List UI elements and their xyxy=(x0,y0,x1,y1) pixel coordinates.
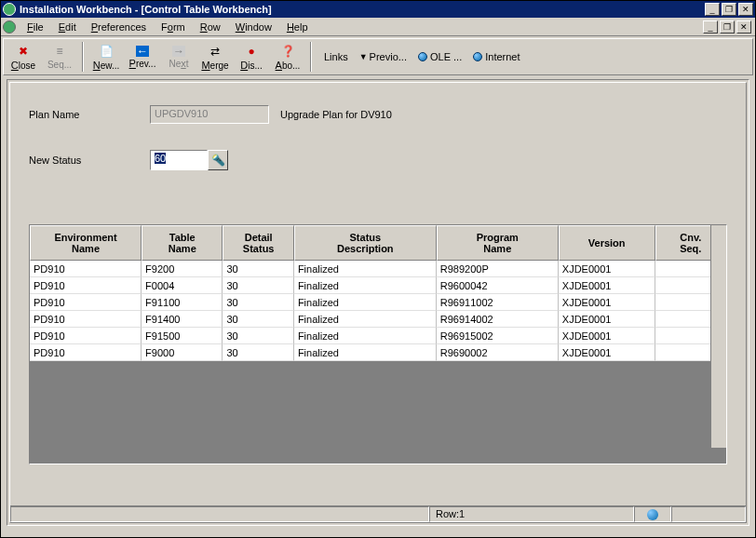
cell-table: F0004 xyxy=(142,277,223,294)
cell-table: F91500 xyxy=(142,328,223,344)
table-row[interactable]: PD910F000430FinalizedR9600042XJDE000145 xyxy=(30,277,726,294)
new-toolbutton[interactable]: 📄 New... xyxy=(88,41,124,73)
cell-detail: 30 xyxy=(223,328,293,344)
close-button[interactable]: ✕ xyxy=(738,3,753,16)
maximize-button[interactable]: ❐ xyxy=(722,3,736,16)
cell-version: XJDE0001 xyxy=(559,311,655,328)
status-panel-1 xyxy=(10,506,429,522)
minimize-button[interactable]: _ xyxy=(705,3,720,16)
titlebar: Installation Workbench - [Control Table … xyxy=(1,1,755,18)
mdi-close-button[interactable]: ✕ xyxy=(736,20,751,34)
mdi-restore-button[interactable]: ❐ xyxy=(720,20,735,34)
toolbar: ✖ Close ≡ Seq... 📄 New... ← Prev... → Ne… xyxy=(3,38,753,75)
cell-env: PD910 xyxy=(30,261,142,277)
cell-version: XJDE0001 xyxy=(559,261,655,277)
flashlight-icon: 🔦 xyxy=(211,154,225,167)
menu-preferences[interactable]: Preferences xyxy=(84,20,154,34)
plan-name-description: Upgrade Plan for DV910 xyxy=(280,109,392,120)
cell-program: R989200P xyxy=(437,261,559,277)
cell-status: Finalized xyxy=(294,261,437,277)
ole-link[interactable]: OLE ... xyxy=(418,51,462,62)
prev-toolbutton[interactable]: ← Prev... xyxy=(125,41,160,73)
dis-toolbutton[interactable]: ● Dis... xyxy=(234,41,269,73)
table-row[interactable]: PD910F9110030FinalizedR96911002XJDE00017… xyxy=(30,294,726,311)
cell-status: Finalized xyxy=(294,294,437,311)
internet-icon xyxy=(473,52,482,61)
new-status-label: New Status xyxy=(29,155,150,166)
cell-table: F91100 xyxy=(142,294,223,311)
cell-program: R96911002 xyxy=(437,294,559,311)
cell-version: XJDE0001 xyxy=(559,277,655,294)
prev-icon: ← xyxy=(136,46,149,57)
status-panel-4 xyxy=(671,506,746,522)
col-status-description[interactable]: StatusDescription xyxy=(294,225,437,261)
table-row[interactable]: PD910F920030FinalizedR989200PXJDE000125 xyxy=(30,261,726,277)
table-row[interactable]: PD910F9150030FinalizedR96915002XJDE00018… xyxy=(30,328,726,344)
dis-icon: ● xyxy=(244,44,259,59)
grid-scrollbar[interactable] xyxy=(710,225,726,448)
form-area: Plan Name UPGDV910 Upgrade Plan for DV91… xyxy=(7,79,749,526)
new-status-field[interactable]: 60 xyxy=(150,150,208,170)
plan-name-field: UPGDV910 xyxy=(150,105,269,124)
cell-detail: 30 xyxy=(223,294,293,311)
mdi-minimize-button[interactable]: _ xyxy=(703,20,718,34)
cell-env: PD910 xyxy=(30,311,142,328)
cell-program: R96914002 xyxy=(437,311,559,328)
statusbar: Row:1 xyxy=(10,505,746,522)
cell-table: F91400 xyxy=(142,311,223,328)
ole-icon xyxy=(418,52,427,61)
merge-icon: ⇄ xyxy=(208,44,223,59)
col-version[interactable]: Version xyxy=(559,225,655,261)
cell-program: R96915002 xyxy=(437,328,559,344)
cell-status: Finalized xyxy=(294,328,437,344)
links-dropdown[interactable]: ▼ Previo... xyxy=(359,51,407,62)
cell-program: R9690002 xyxy=(437,344,559,361)
links-label: Links xyxy=(324,51,348,62)
table-row[interactable]: PD910F9140030FinalizedR96914002XJDE00017… xyxy=(30,311,726,328)
app-icon xyxy=(3,3,16,16)
menu-file[interactable]: File xyxy=(20,20,51,34)
status-row-panel: Row:1 xyxy=(429,506,634,522)
menu-row[interactable]: Row xyxy=(193,20,228,34)
menu-edit[interactable]: Edit xyxy=(51,20,84,34)
menu-help[interactable]: Help xyxy=(279,20,316,34)
menu-window[interactable]: Window xyxy=(228,20,279,34)
cell-status: Finalized xyxy=(294,344,437,361)
next-icon: → xyxy=(172,46,185,57)
data-grid[interactable]: EnvironmentName TableName DetailStatus S… xyxy=(29,224,727,464)
cell-detail: 30 xyxy=(223,261,293,277)
about-icon: ❓ xyxy=(280,44,295,59)
col-environment-name[interactable]: EnvironmentName xyxy=(30,225,142,261)
menubar: File Edit Preferences Form Row Window He… xyxy=(1,18,755,36)
merge-toolbutton[interactable]: ⇄ Merge xyxy=(197,41,233,73)
cell-env: PD910 xyxy=(30,344,142,361)
cell-env: PD910 xyxy=(30,277,142,294)
col-detail-status[interactable]: DetailStatus xyxy=(223,225,293,261)
cell-program: R9600042 xyxy=(437,277,559,294)
cell-version: XJDE0001 xyxy=(559,294,655,311)
cell-detail: 30 xyxy=(223,277,293,294)
cell-version: XJDE0001 xyxy=(559,344,655,361)
close-icon: ✖ xyxy=(16,44,31,59)
cell-detail: 30 xyxy=(223,344,293,361)
cell-env: PD910 xyxy=(30,328,142,344)
grid-header: EnvironmentName TableName DetailStatus S… xyxy=(30,225,726,261)
plan-name-label: Plan Name xyxy=(29,109,150,120)
col-table-name[interactable]: TableName xyxy=(142,225,223,261)
abo-toolbutton[interactable]: ❓ Abo... xyxy=(270,41,305,73)
window-title: Installation Workbench - [Control Table … xyxy=(20,4,705,15)
internet-link[interactable]: Internet xyxy=(473,51,520,62)
cell-status: Finalized xyxy=(294,311,437,328)
cell-table: F9200 xyxy=(142,261,223,277)
toolbar-separator xyxy=(310,42,312,72)
col-program-name[interactable]: ProgramName xyxy=(437,225,559,261)
status-globe-panel xyxy=(634,506,671,522)
visual-assist-button[interactable]: 🔦 xyxy=(208,150,228,170)
seq-icon: ≡ xyxy=(52,44,67,59)
cell-version: XJDE0001 xyxy=(559,328,655,344)
table-row[interactable]: PD910F900030FinalizedR9690002XJDE000190 xyxy=(30,344,726,361)
menu-form[interactable]: Form xyxy=(154,20,193,34)
cell-env: PD910 xyxy=(30,294,142,311)
cell-status: Finalized xyxy=(294,277,437,294)
close-toolbutton[interactable]: ✖ Close xyxy=(6,41,41,73)
